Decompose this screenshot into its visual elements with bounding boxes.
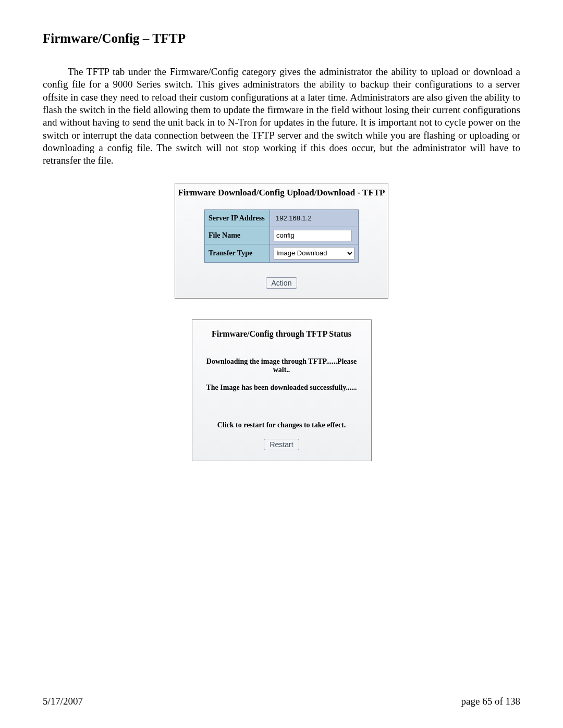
transfer-type-cell: Image Download — [270, 244, 359, 262]
status-downloading: Downloading the image through TFTP......… — [198, 357, 366, 374]
panel1-title: Firmware Download/Config Upload/Download… — [175, 186, 388, 203]
server-ip-cell — [270, 209, 359, 227]
intro-paragraph: The TFTP tab under the Firmware/Config c… — [43, 66, 520, 167]
tftp-form-table: Server IP Address File Name Transfer Typ… — [204, 209, 359, 263]
server-ip-label: Server IP Address — [205, 209, 270, 227]
file-name-cell — [270, 227, 359, 244]
footer-date: 5/17/2007 — [43, 696, 83, 707]
tftp-config-panel: Firmware Download/Config Upload/Download… — [175, 183, 388, 299]
transfer-type-select[interactable]: Image Download — [274, 247, 354, 260]
page-title: Firmware/Config – TFTP — [43, 31, 520, 46]
table-row: File Name — [205, 227, 359, 244]
restart-button-row: Restart — [198, 439, 366, 450]
table-row: Server IP Address — [205, 209, 359, 227]
restart-instruction: Click to restart for changes to take eff… — [198, 421, 366, 429]
page-footer: 5/17/2007 page 65 of 138 — [43, 696, 520, 707]
action-button[interactable]: Action — [266, 277, 298, 289]
transfer-type-label: Transfer Type — [205, 244, 270, 262]
footer-page-number: page 65 of 138 — [461, 696, 520, 707]
status-success: The Image has been downloaded successful… — [198, 384, 366, 392]
restart-button[interactable]: Restart — [264, 439, 299, 450]
server-ip-input[interactable] — [274, 213, 352, 224]
panel2-title: Firmware/Config through TFTP Status — [198, 329, 366, 339]
file-name-input[interactable] — [274, 230, 352, 241]
tftp-status-panel: Firmware/Config through TFTP Status Down… — [192, 319, 372, 461]
action-button-row: Action — [175, 277, 388, 289]
table-row: Transfer Type Image Download — [205, 244, 359, 262]
file-name-label: File Name — [205, 227, 270, 244]
